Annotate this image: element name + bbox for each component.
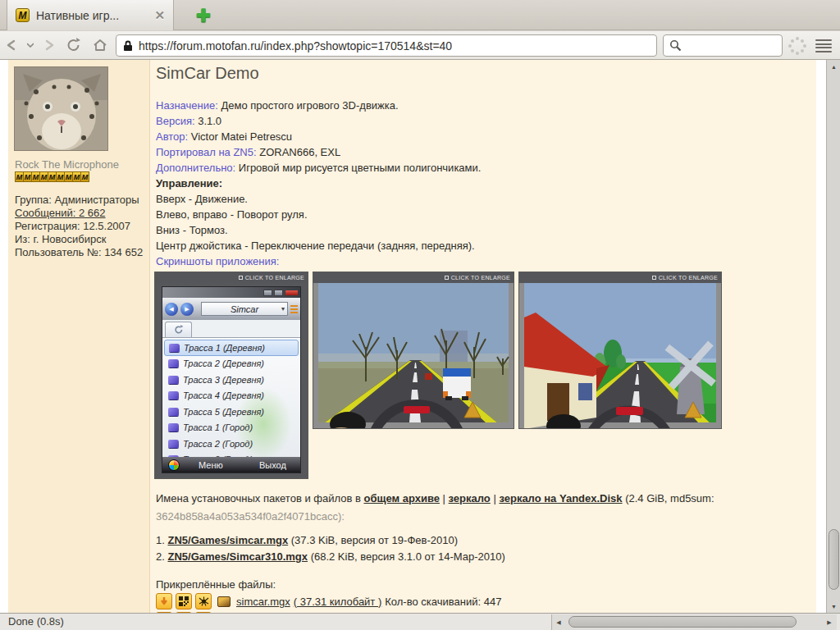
- user-location: Из: г. Новосибирск: [15, 233, 106, 245]
- scroll-left-icon[interactable]: ◀: [552, 614, 565, 630]
- app-icon: [168, 376, 179, 384]
- file-item: 1. ZN5/Games/simcar.mgx (37.3 KiB, верси…: [156, 532, 505, 549]
- url-text: https://forum.motofan.ru/index.php?showt…: [139, 39, 452, 52]
- windows-orb-icon: [168, 459, 180, 471]
- field-label[interactable]: Назначение:: [156, 99, 218, 112]
- nav-toolbar: https://forum.motofan.ru/index.php?showt…: [0, 31, 840, 60]
- phone-window: ◀ ▶ Simcar▾ Трасса 1 (Деревня) Трасса 2 …: [162, 286, 301, 473]
- post-info: Назначение: Демо простого игрового 3D-дв…: [156, 98, 481, 269]
- post-title: SimCar Demo: [156, 64, 259, 83]
- scroll-right-icon[interactable]: ▶: [823, 614, 836, 630]
- field-label[interactable]: Автор:: [156, 130, 188, 143]
- user-posts-link[interactable]: Сообщений: 2 662: [15, 207, 106, 219]
- track-item[interactable]: Трасса 1 (Город): [162, 420, 300, 436]
- qr-icon-button[interactable]: [176, 593, 192, 609]
- track-item[interactable]: Трасса 5 (Деревня): [162, 404, 300, 420]
- mirror-link[interactable]: зеркало: [449, 492, 491, 504]
- field-label[interactable]: Версия:: [156, 115, 195, 127]
- menu-button[interactable]: [814, 38, 833, 54]
- track-item[interactable]: Трасса 4 (Деревня): [162, 388, 300, 404]
- tab-close-icon[interactable]: ✕: [154, 8, 165, 23]
- new-tab-button[interactable]: ✚: [187, 3, 220, 28]
- scroll-down-icon[interactable]: ▼: [827, 600, 840, 613]
- rank-badge: М: [80, 171, 89, 182]
- enlarge-label: CLICK TO ENLARGE: [313, 272, 514, 283]
- user-panel: Rock The Microphone М М М М М М М М М Гр…: [8, 60, 150, 613]
- field-label[interactable]: Дополнительно:: [156, 162, 235, 174]
- track-item[interactable]: Трасса 2 (Город): [162, 436, 300, 452]
- download-icon-button[interactable]: [156, 593, 172, 609]
- control-line: Центр джойстика - Переключение передачи …: [156, 238, 481, 253]
- status-text: Done (0.8s): [8, 615, 64, 628]
- v-scrollbar[interactable]: ▲ ▼: [826, 60, 840, 613]
- info-field: Портировал на ZN5: ZORAN666, EXL: [156, 144, 481, 160]
- history-dropdown-caret[interactable]: [25, 34, 36, 56]
- packages-paragraph: Имена установочных пакетов и файлов в об…: [156, 490, 812, 526]
- snow-leopard-image: [15, 67, 108, 151]
- search-bar[interactable]: [663, 34, 783, 57]
- forward-button[interactable]: [36, 34, 61, 56]
- phone-nav-row: ◀ ▶ Simcar▾: [162, 298, 300, 320]
- avatar: [14, 66, 108, 151]
- back-button[interactable]: [0, 34, 25, 56]
- phone-back-button: ◀: [165, 303, 178, 316]
- yandex-link[interactable]: зеркало на Yandex.Disk: [499, 492, 622, 504]
- attachment-size-link[interactable]: ( 37.31 килобайт ): [294, 596, 382, 608]
- road-scene-image: [313, 283, 514, 428]
- phone-forward-button: ▶: [180, 303, 194, 316]
- file-link[interactable]: ZN5/Games/simcar.mgx: [167, 534, 288, 546]
- tab-bar: M Нативные игр... ✕ ✚: [0, 0, 840, 30]
- url-bar[interactable]: https://forum.motofan.ru/index.php?showt…: [116, 34, 657, 57]
- app-icon: [168, 359, 179, 368]
- home-button[interactable]: [87, 34, 113, 56]
- enlarge-label: CLICK TO ENLARGE: [155, 272, 308, 283]
- track-list: Трасса 1 (Деревня) Трасса 2 (Деревня) Тр…: [162, 338, 300, 457]
- archive-link[interactable]: общем архиве: [363, 492, 440, 504]
- screenshot-village[interactable]: CLICK TO ENLARGE: [518, 272, 722, 429]
- user-registration: Регистрация: 12.5.2007: [15, 220, 130, 232]
- screenshots-label[interactable]: Скриншоты приложения:: [156, 253, 481, 269]
- browser-tab[interactable]: M Нативные игр... ✕: [7, 0, 174, 30]
- h-scrollbar[interactable]: ◀ ▶: [551, 614, 837, 630]
- phone-menu-icon: [290, 305, 298, 313]
- page-content: Rock The Microphone М М М М М М М М М Гр…: [0, 60, 826, 613]
- softkey-exit: Выход: [259, 460, 286, 470]
- enlarge-square-icon: [445, 276, 449, 280]
- qr-code-icon: [179, 596, 189, 606]
- spider-icon: [199, 596, 209, 606]
- app-icon: [168, 423, 179, 431]
- v-scroll-thumb[interactable]: [829, 529, 839, 590]
- field-value: ZORAN666, EXL: [257, 146, 341, 158]
- refresh-icon: [174, 325, 184, 335]
- attachment-row: simcar.mgx ( 37.31 килобайт ) Кол-во ска…: [156, 592, 501, 610]
- site-favicon-icon: M: [16, 8, 30, 22]
- field-value: 3.1.0: [195, 115, 222, 127]
- drweb-icon-button[interactable]: [195, 593, 212, 609]
- file-link[interactable]: ZN5/Games/Simcar310.mgx: [167, 550, 308, 563]
- app-icon: [168, 391, 179, 399]
- field-value: Демо простого игрового 3D-движка.: [218, 99, 399, 112]
- status-bar: Done (0.8s) ◀ ▶: [0, 613, 840, 630]
- forward-icon: [41, 39, 56, 51]
- screenshot-road[interactable]: CLICK TO ENLARGE: [313, 272, 514, 429]
- enlarge-label: CLICK TO ENLARGE: [519, 272, 721, 283]
- h-scroll-thumb[interactable]: [568, 616, 797, 628]
- caret-down-icon: [27, 43, 34, 48]
- scroll-up-icon[interactable]: ▲: [827, 60, 840, 73]
- phone-tab: [165, 322, 192, 337]
- track-item[interactable]: Трасса 2 (Деревня): [162, 356, 300, 372]
- controls-header: Управление:: [156, 176, 481, 191]
- field-label[interactable]: Портировал на ZN5:: [156, 146, 257, 158]
- control-line: Вниз - Тормоз.: [156, 222, 481, 238]
- rank-badges: М М М М М М М М М: [15, 171, 89, 182]
- reload-button[interactable]: [61, 34, 87, 56]
- track-item[interactable]: Трасса 3 (Деревня): [162, 372, 300, 388]
- app-icon: [168, 440, 179, 448]
- favicon-letter: M: [19, 10, 27, 21]
- screenshot-launcher[interactable]: CLICK TO ENLARGE ◀ ▶ Simcar▾: [154, 272, 308, 479]
- attachment-link[interactable]: simcar.mgx: [236, 596, 290, 608]
- info-field: Автор: Victor Matei Petrescu: [156, 129, 481, 144]
- track-item-selected[interactable]: Трасса 1 (Деревня): [164, 340, 299, 356]
- reload-icon: [66, 38, 81, 52]
- tab-title: Нативные игр...: [36, 9, 148, 22]
